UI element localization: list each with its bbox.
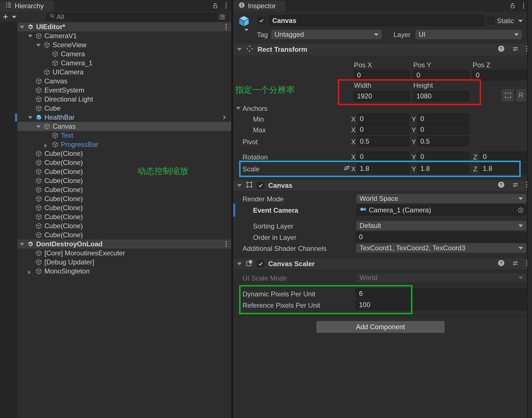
kebab-menu-icon[interactable]: [522, 2, 525, 11]
pivot-y-field[interactable]: 0.5: [417, 136, 469, 146]
presets-icon[interactable]: [512, 259, 519, 268]
add-object-caret-icon[interactable]: [12, 16, 16, 18]
tree-item-directional-light[interactable]: Directional Light: [18, 95, 231, 104]
rotation-z-field[interactable]: 0: [480, 152, 527, 162]
scale-x-field[interactable]: 1.8: [357, 163, 410, 174]
raw-edit-mode-button[interactable]: R: [516, 89, 526, 102]
order-in-layer-field[interactable]: 0: [356, 232, 527, 242]
kebab-menu-icon[interactable]: [225, 241, 227, 249]
blueprint-mode-button[interactable]: [501, 89, 514, 102]
tree-item-cube-clone-[interactable]: Cube(Clone): [18, 230, 231, 240]
static-caret-icon[interactable]: [518, 20, 523, 22]
tree-item-cube-clone-[interactable]: Cube(Clone): [18, 194, 231, 203]
tab-inspector[interactable]: Inspector: [233, 1, 286, 11]
foldout-open-icon[interactable]: [20, 26, 24, 29]
tree-item-eventsystem[interactable]: EventSystem: [18, 86, 231, 95]
dynamic-pixels-per-unit-field[interactable]: 6: [356, 288, 527, 299]
canvas-scaler-header[interactable]: Canvas Scaler ?: [233, 258, 532, 270]
height-field[interactable]: 1080: [413, 91, 469, 101]
tree-item-text[interactable]: Text: [18, 131, 231, 140]
tree-item-progressbar[interactable]: ProgressBar: [18, 140, 231, 149]
panel-splitter[interactable]: [231, 0, 233, 418]
tree-item--core-moroutinesexecuter[interactable]: [Core] MoroutinesExecuter: [18, 249, 231, 258]
event-camera-object-field[interactable]: Camera_1 (Camera): [357, 205, 527, 216]
reference-pixels-per-unit-field[interactable]: 100: [356, 300, 527, 310]
help-icon[interactable]: ?: [498, 181, 505, 190]
unlock-icon[interactable]: [509, 2, 516, 11]
anchors-min-x-field[interactable]: 0: [357, 114, 410, 124]
render-mode-dropdown[interactable]: World Space: [356, 193, 527, 204]
sorting-layer-dropdown[interactable]: Default: [356, 221, 527, 231]
foldout-open-icon[interactable]: [237, 262, 242, 265]
layer-dropdown[interactable]: UI: [415, 29, 522, 40]
rect-transform-header[interactable]: Rect Transform ?: [233, 43, 532, 56]
add-component-button[interactable]: Add Component: [316, 321, 445, 333]
tree-item-dontdestroyonload[interactable]: DontDestroyOnLoad: [18, 240, 231, 249]
scale-z-field[interactable]: 1.8: [480, 163, 527, 174]
additional-shader-channels-dropdown[interactable]: TexCoord1, TexCoord2, TexCoord3: [356, 243, 527, 253]
anchors-max-y-field[interactable]: 0: [417, 124, 469, 135]
gameobject-icon[interactable]: [237, 14, 251, 30]
gameobject-name-field[interactable]: Canvas: [269, 15, 484, 26]
tree-item-canvas[interactable]: Canvas: [18, 77, 231, 86]
foldout-open-icon[interactable]: [237, 184, 242, 187]
tab-hierarchy[interactable]: Hierarchy: [0, 1, 54, 11]
anchors-foldout-icon[interactable]: [236, 107, 241, 110]
tree-item-sceneview[interactable]: SceneView: [18, 40, 231, 49]
kebab-menu-icon[interactable]: [225, 23, 227, 32]
rotation-x-field[interactable]: 0: [357, 152, 410, 162]
pos-z-field[interactable]: 0: [473, 70, 527, 80]
foldout-open-icon[interactable]: [20, 243, 24, 246]
kebab-menu-icon[interactable]: [225, 2, 227, 11]
tree-item-cube-clone-[interactable]: Cube(Clone): [18, 221, 231, 230]
tree-item-canvas[interactable]: Canvas: [18, 122, 231, 131]
tree-item-camera-1[interactable]: Camera_1: [18, 59, 231, 68]
foldout-closed-icon[interactable]: [28, 270, 31, 275]
foldout-open-icon[interactable]: [36, 44, 41, 47]
tree-item-monosingleton[interactable]: MonoSingleton: [18, 267, 231, 276]
unlock-icon[interactable]: [211, 2, 219, 11]
tree-item-healthbar[interactable]: HealthBar: [18, 113, 231, 122]
foldout-open-icon[interactable]: [28, 35, 33, 38]
canvas-component-header[interactable]: Canvas ?: [233, 180, 532, 191]
tree-item-camera[interactable]: Camera: [18, 49, 231, 59]
foldout-open-icon[interactable]: [237, 48, 242, 51]
active-checkbox[interactable]: [258, 17, 265, 24]
foldout-open-icon[interactable]: [28, 116, 33, 119]
gameobject-icon-caret[interactable]: [245, 29, 248, 31]
component-enabled-checkbox[interactable]: [257, 182, 264, 189]
tree-item-uieditor-[interactable]: UIEditor*: [18, 22, 231, 31]
link-broken-icon[interactable]: [343, 164, 351, 174]
tree-item-cube-clone-[interactable]: Cube(Clone): [18, 212, 231, 221]
tree-item--debug-updater-[interactable]: [Debug Updater]: [18, 258, 231, 267]
tree-item-uicamera[interactable]: UICamera: [18, 68, 231, 77]
tree-item-cube-clone-[interactable]: Cube(Clone): [18, 158, 231, 167]
width-field[interactable]: 1920: [354, 91, 410, 101]
search-input[interactable]: All: [46, 13, 229, 21]
tree-item-camerav1[interactable]: CameraV1: [18, 31, 231, 40]
tree-item-cube-clone-[interactable]: Cube(Clone): [18, 203, 231, 212]
tree-item-cube-clone-[interactable]: Cube(Clone): [18, 176, 231, 185]
open-new-window-icon[interactable]: [217, 14, 227, 20]
tree-item-cube-clone-[interactable]: Cube(Clone): [18, 149, 231, 158]
add-object-button[interactable]: +: [3, 12, 8, 21]
tree-item-cube-clone-[interactable]: Cube(Clone): [18, 185, 231, 194]
presets-icon[interactable]: [512, 181, 519, 190]
component-enabled-checkbox[interactable]: [257, 260, 264, 268]
pivot-x-field[interactable]: 0.5: [357, 136, 410, 146]
tree-item-cube-clone-[interactable]: Cube(Clone): [18, 167, 231, 176]
anchors-min-y-field[interactable]: 0: [417, 114, 469, 124]
static-checkbox[interactable]: [487, 17, 494, 24]
tag-dropdown[interactable]: Untagged: [271, 29, 382, 40]
inspector-scrollbar[interactable]: [528, 0, 532, 418]
pos-x-field[interactable]: 0: [354, 70, 410, 80]
presets-icon[interactable]: [512, 45, 519, 54]
help-icon[interactable]: ?: [498, 45, 505, 54]
pos-y-field[interactable]: 0: [413, 70, 469, 80]
rotation-y-field[interactable]: 0: [417, 152, 469, 162]
help-icon[interactable]: ?: [498, 259, 505, 268]
object-picker-icon[interactable]: [514, 205, 526, 215]
scale-y-field[interactable]: 1.8: [417, 163, 469, 174]
foldout-open-icon[interactable]: [36, 125, 41, 128]
foldout-closed-icon[interactable]: [44, 143, 47, 148]
